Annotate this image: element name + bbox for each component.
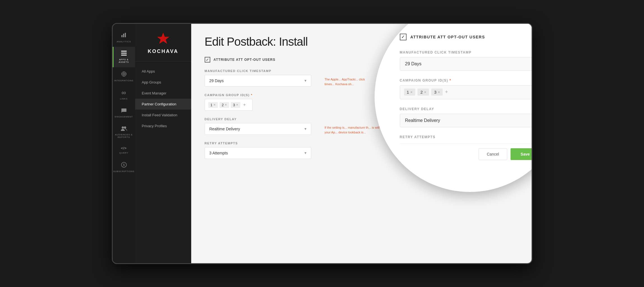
tag-1-remove[interactable]: × [214,103,216,107]
manufactured-click-label: MANUFACTURED CLICK TIMESTAMP [205,69,311,73]
save-button[interactable]: Save [511,148,532,160]
svg-rect-1 [123,34,124,37]
zoom-campaign-group-field: CAMPAIGN GROUP ID(S) * 1 × 2 × 3 × + [400,78,532,99]
svg-rect-3 [121,51,127,52]
campaign-group-tags[interactable]: 1 × 2 × 3 × + [205,99,253,111]
campaign-group-field: CAMPAIGN GROUP ID(S) * 1 × 2 × 3 × + [205,93,253,111]
zoom-tag-3: 3 × [431,89,443,96]
engagement-label: Engagement [115,115,133,118]
sidebar-nav: All Apps App Groups Event Manager Partne… [135,61,191,136]
attribute-att-checkbox[interactable] [205,57,210,63]
delivery-delay-label: DELIVERY DELAY [205,117,311,121]
nav-analytics[interactable]: Analytics [113,28,135,47]
zoom-bottom-buttons: Cancel Save [400,144,532,160]
tag-add-button[interactable]: + [242,102,247,107]
sidebar-item-all-apps[interactable]: All Apps [135,66,191,77]
query-label: Query [119,152,128,154]
zoom-campaign-group-label: CAMPAIGN GROUP ID(S) * [400,78,532,82]
audiences-label: Audiences & Reports [115,133,133,138]
manufactured-click-group: MANUFACTURED CLICK TIMESTAMP 29 Days ▼ [205,69,311,87]
sidebar-item-install-feed-validation[interactable]: Install Feed Validation [135,110,191,121]
zoom-tag-2-remove[interactable]: × [424,90,426,94]
tag-1: 1 × [208,102,218,108]
retry-attempts-label: RETRY ATTEMPTS [205,142,311,145]
tag-3-remove[interactable]: × [236,103,238,107]
svg-rect-5 [121,55,127,55]
zoom-attribute-att-label: ATTRIBUTE ATT OPT-OUT USERS [410,35,485,39]
svg-marker-16 [157,33,169,44]
sidebar: Kochava All Apps App Groups Event Manage… [135,24,191,263]
manufactured-click-select[interactable]: 29 Days [205,75,311,87]
tag-2: 2 × [220,102,229,108]
subscriptions-icon: $ [121,162,127,168]
zoom-content: ATTRIBUTE ATT OPT-OUT USERS MANUFACTURED… [389,24,532,171]
query-icon: </> [121,146,126,150]
retry-attempts-select-wrapper: 3 Attempts ▼ [205,147,311,159]
audiences-icon [121,126,127,132]
svg-point-12 [122,126,124,129]
kochava-logo-star [156,32,170,46]
icon-nav: Analytics Apps & Assets [113,24,135,263]
engagement-icon [121,108,127,114]
svg-rect-4 [121,53,127,54]
nav-apps-assets[interactable]: Apps & Assets [113,47,135,67]
analytics-label: Analytics [117,40,131,43]
retry-attempts-select[interactable]: 3 Attempts [205,147,311,159]
sidebar-item-privacy-profiles[interactable]: Privacy Profiles [135,121,191,131]
zoom-retry-attempts-partial: RETRY ATTEMPTS [400,135,532,139]
attribute-att-label: ATTRIBUTE ATT OPT-OUT USERS [214,58,276,62]
logo-text: Kochava [148,48,178,54]
zoom-campaign-group-tags[interactable]: 1 × 2 × 3 × + [400,85,532,99]
nav-audiences[interactable]: Audiences & Reports [113,122,135,142]
zoom-attribute-att-row: ATTRIBUTE ATT OPT-OUT USERS [400,34,532,40]
subscriptions-label: Subscriptions [113,170,135,173]
analytics-icon [121,32,127,39]
tag-3: 3 × [231,102,240,108]
svg-text:$: $ [123,163,124,166]
manufactured-click-select-wrapper: 29 Days ▼ [205,75,311,87]
svg-rect-0 [121,35,123,37]
zoom-tag-1-remove[interactable]: × [410,90,413,94]
zoom-manufactured-click-value[interactable]: 29 Days [400,57,532,71]
zoom-retry-attempts-label: RETRY ATTEMPTS [400,135,532,139]
apps-assets-icon [121,51,127,57]
zoom-delivery-delay-label: DELIVERY DELAY [400,107,532,111]
sidebar-logo: Kochava [135,24,191,61]
svg-point-7 [123,73,125,75]
zoom-manufactured-click-group: MANUFACTURED CLICK TIMESTAMP 29 Days [400,50,532,71]
zoom-tag-2: 2 × [417,89,429,96]
nav-links[interactable]: ∞ Links [113,86,135,104]
nav-integrations[interactable]: Integrations [113,67,135,86]
sidebar-item-partner-configuration[interactable]: Partner Configuration [135,99,191,110]
svg-rect-2 [125,33,126,37]
integrations-label: Integrations [114,79,133,82]
zoom-tag-1: 1 × [404,89,416,96]
campaign-group-label: CAMPAIGN GROUP ID(S) * [205,93,253,97]
delivery-delay-group: DELIVERY DELAY Realtime Delivery ▼ [205,117,311,135]
att-help-text: The Apple... AppTracki... click times...… [318,69,374,86]
zoom-delivery-delay-value[interactable]: Realtime Delivery [400,114,532,127]
apps-assets-label: Apps & Assets [115,58,133,63]
nav-engagement[interactable]: Engagement [113,104,135,122]
zoom-tag-add-button[interactable]: + [445,89,448,95]
nav-query[interactable]: </> Query [113,142,135,158]
links-label: Links [120,98,128,100]
tag-2-remove[interactable]: × [225,103,227,107]
device-frame: Analytics Apps & Assets [112,23,532,264]
delivery-delay-select-wrapper: Realtime Delivery ▼ [205,123,311,135]
nav-subscriptions[interactable]: $ Subscriptions [113,158,135,177]
sidebar-item-app-groups[interactable]: App Groups [135,77,191,88]
zoom-attribute-att-checkbox[interactable] [400,34,407,40]
cancel-button[interactable]: Cancel [479,148,507,160]
integrations-icon [121,71,127,78]
retry-attempts-group: RETRY ATTEMPTS 3 Attempts ▼ [205,142,311,159]
delivery-delay-select[interactable]: Realtime Delivery [205,123,311,135]
main-content: Edit Postback: Install ATTRIBUTE ATT OPT… [191,24,532,263]
zoom-manufactured-click-label: MANUFACTURED CLICK TIMESTAMP [400,50,532,54]
links-icon: ∞ [121,90,126,96]
svg-point-13 [124,126,126,129]
zoom-delivery-delay-group: DELIVERY DELAY Realtime Delivery [400,107,532,127]
zoom-tag-3-remove[interactable]: × [438,90,440,94]
sidebar-item-event-manager[interactable]: Event Manager [135,88,191,99]
